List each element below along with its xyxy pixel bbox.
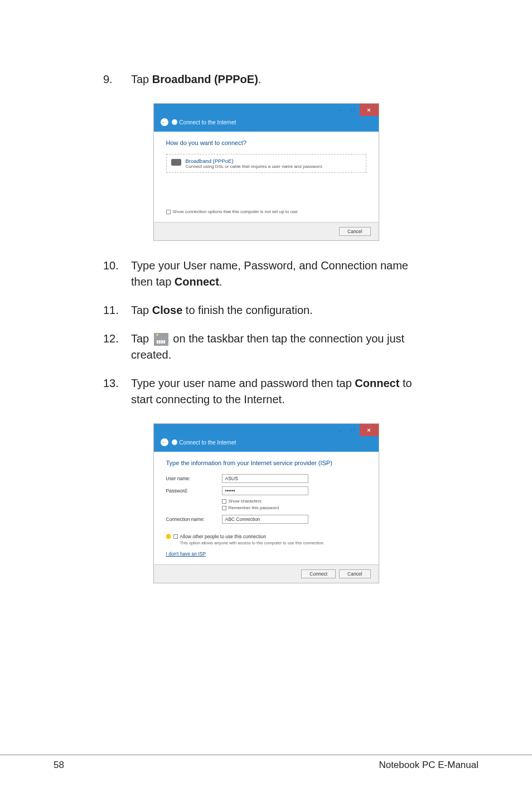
cancel-button[interactable]: Cancel — [339, 569, 370, 578]
connection-name-input[interactable]: ABC Connection — [222, 515, 308, 524]
close-button[interactable]: × — [360, 424, 379, 436]
page-number: 58 — [54, 760, 64, 771]
connection-name-label: Connection name: — [166, 516, 222, 522]
globe-icon — [172, 439, 177, 445]
username-label: User name: — [166, 476, 222, 481]
checkbox-icon[interactable] — [166, 210, 171, 214]
option-subtitle: Connect using DSL or cable that requires… — [186, 164, 323, 169]
password-input[interactable]: •••••• — [222, 486, 308, 495]
modem-icon — [171, 159, 181, 166]
no-isp-link[interactable]: I don't have an ISP — [166, 551, 206, 557]
back-button-icon[interactable]: ← — [161, 438, 168, 446]
page-footer: 58 Notebook PC E-Manual — [0, 755, 532, 771]
show-options-checkbox-row[interactable]: Show connection options that this comput… — [166, 209, 366, 214]
option-title: Broadband (PPPoE) — [186, 158, 323, 164]
dialog-breadcrumb: ← Connect to the Internet — [154, 436, 379, 452]
shield-icon — [166, 534, 171, 539]
password-row: Password: •••••• — [166, 486, 366, 495]
back-button-icon[interactable]: ← — [161, 118, 168, 126]
step-text: Type your user name and password then ta… — [131, 375, 429, 408]
connect-button[interactable]: Connect — [301, 569, 336, 578]
username-row: User name: ASUS — [166, 474, 366, 483]
checkbox-icon[interactable] — [222, 499, 226, 504]
minimize-button[interactable]: – — [333, 424, 346, 436]
step-text: Tap on the taskbar then tap the connecti… — [131, 331, 429, 363]
password-label: Password: — [166, 488, 222, 494]
maximize-button[interactable]: □ — [346, 104, 360, 116]
step-12: 12. Tap on the taskbar then tap the conn… — [103, 331, 429, 363]
connection-name-row: Connection name: ABC Connection — [166, 515, 366, 524]
step-number: 9. — [103, 71, 131, 88]
step-text: Tap Close to finish the configuration. — [131, 302, 429, 318]
show-characters-row[interactable]: Show characters — [222, 499, 366, 504]
allow-others-row[interactable]: Allow other people to use this connectio… — [166, 534, 366, 539]
step-10: 10. Type your User name, Password, and C… — [103, 258, 429, 290]
dialog-titlebar: – □ × — [154, 424, 379, 436]
cancel-button[interactable]: Cancel — [339, 227, 370, 236]
allow-others-label: Allow other people to use this connectio… — [180, 534, 267, 539]
broadband-pppoe-option[interactable]: Broadband (PPPoE) Connect using DSL or c… — [166, 154, 366, 173]
dialog-window: – □ × ← Connect to the Internet How do y… — [153, 103, 379, 241]
checkbox-icon[interactable] — [222, 506, 226, 510]
network-taskbar-icon[interactable] — [154, 333, 168, 346]
step-9: 9. Tap Broadband (PPPoE). — [103, 71, 429, 88]
step-11: 11. Tap Close to finish the configuratio… — [103, 302, 429, 318]
breadcrumb-text: Connect to the Internet — [180, 119, 236, 125]
show-options-label: Show connection options that this comput… — [173, 209, 298, 214]
dialog-titlebar: – □ × — [154, 104, 379, 116]
dialog-body: Type the information from your Internet … — [154, 452, 379, 564]
remember-password-row[interactable]: Remember this password — [222, 505, 366, 510]
minimize-button[interactable]: – — [333, 104, 346, 116]
step-number: 10. — [103, 258, 131, 290]
step-number: 12. — [103, 331, 131, 363]
step-text: Type your User name, Password, and Conne… — [131, 258, 429, 290]
step-text: Tap Broadband (PPPoE). — [131, 71, 429, 88]
dialog-window: – □ × ← Connect to the Internet Type the… — [153, 423, 379, 583]
dialog-heading: Type the information from your Internet … — [166, 460, 366, 466]
globe-icon — [172, 119, 177, 125]
show-characters-label: Show characters — [229, 499, 262, 504]
remember-password-label: Remember this password — [229, 505, 279, 510]
dialog-body: How do you want to connect? Broadband (P… — [154, 132, 379, 222]
username-input[interactable]: ASUS — [222, 474, 308, 483]
step-number: 13. — [103, 375, 131, 408]
dialog-footer: Cancel — [154, 222, 379, 240]
close-button[interactable]: × — [360, 104, 379, 116]
allow-others-sub: This option allows anyone with access to… — [180, 540, 366, 545]
step-number: 11. — [103, 302, 131, 318]
checkbox-icon[interactable] — [173, 534, 178, 539]
maximize-button[interactable]: □ — [346, 424, 360, 436]
breadcrumb-text: Connect to the Internet — [180, 439, 236, 446]
dialog-breadcrumb: ← Connect to the Internet — [154, 116, 379, 132]
step-13: 13. Type your user name and password the… — [103, 375, 429, 408]
dialog-isp-info: – □ × ← Connect to the Internet Type the… — [103, 423, 429, 583]
dialog-footer: Connect Cancel — [154, 564, 379, 583]
dialog-connect-method: – □ × ← Connect to the Internet How do y… — [103, 103, 429, 241]
dialog-heading: How do you want to connect? — [166, 139, 366, 146]
manual-title: Notebook PC E-Manual — [379, 760, 478, 771]
